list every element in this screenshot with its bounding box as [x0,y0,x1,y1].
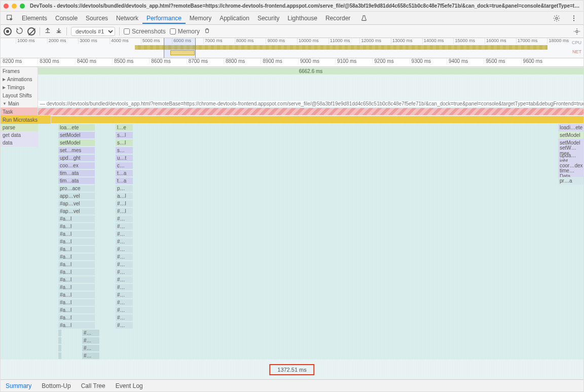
stack-row[interactable]: #… [1,352,583,360]
flame-segment[interactable]: #… [116,314,133,321]
flame-segment[interactable]: #… [116,292,133,298]
screenshots-toggle[interactable]: Screenshots [124,28,166,35]
record-button[interactable] [4,27,12,35]
flame-segment[interactable]: setModel [58,139,95,146]
tab-application[interactable]: Application [215,13,253,24]
flame-segment[interactable]: #… [116,238,133,245]
flame-segment[interactable]: pro…ace [58,185,95,192]
stack-row[interactable]: #a…l#… [1,306,583,314]
track-frames[interactable]: Frames 6662.6 ms [1,67,583,75]
flame-segment[interactable]: #… [82,330,99,336]
flame-segment[interactable] [58,337,61,344]
flame-segment[interactable]: #… [116,223,133,230]
flame-segment[interactable]: #…l [116,208,133,215]
flame-segment[interactable]: #… [116,246,133,253]
flame-segment[interactable]: #a…l [58,314,95,321]
close-window-button[interactable] [4,4,9,9]
flame-segment[interactable]: #a…l [58,322,95,329]
reload-record-button[interactable] [16,27,23,36]
stack-row[interactable]: coo…exc… [1,162,583,169]
track-animations[interactable]: ▶Animations [1,75,583,83]
stack-row[interactable]: #… [1,344,583,352]
flame-segment[interactable]: #ap…vel [58,208,95,215]
flame-segment[interactable]: #a…l [58,261,95,268]
flame-segment[interactable]: t…a [116,170,133,176]
flame-segment[interactable]: #a…l [58,284,95,291]
stack-row[interactable]: #a…l#… [1,215,583,223]
stack-row[interactable]: #a…l#… [1,322,583,329]
flame-segment[interactable]: p… [116,185,133,192]
stack-row[interactable]: tim…atat…a [1,169,583,177]
flame-segment-next[interactable]: loadi…ete [558,124,583,131]
tab-summary[interactable]: Summary [1,380,36,391]
flame-segment[interactable]: tim…ata [58,170,95,176]
flame-segment[interactable]: #a…l [58,276,95,283]
flame-segment[interactable]: #… [82,337,99,344]
track-main[interactable]: ▼Main — devtools://devtools/bundled/devt… [1,99,583,108]
zoom-window-button[interactable] [20,4,25,9]
track-timings[interactable]: ▶Timings [1,83,583,91]
tab-call-tree[interactable]: Call Tree [76,380,111,391]
minimize-window-button[interactable] [12,4,17,9]
stack-row[interactable]: #a…l#… [1,299,583,306]
microtasks-row[interactable]: Run Microtasks [1,116,583,124]
flame-segment[interactable]: #…l [116,200,133,207]
frame-bar[interactable]: 6662.6 ms [38,67,583,75]
stack-row[interactable]: datasetModels…l [1,139,583,147]
tab-network[interactable]: Network [112,13,142,24]
flame-segment[interactable]: s…l [116,139,133,146]
flame-segment[interactable]: u…t [116,155,133,161]
flame-segment[interactable]: app…vel [58,193,95,199]
stack-row[interactable]: #a…l#… [1,245,583,253]
flame-segment-next[interactable]: setModel [558,131,583,139]
save-profile-button[interactable] [55,27,62,35]
flame-segment[interactable]: l…e [116,124,133,131]
flame-segment[interactable]: #a…l [58,292,95,298]
flame-segment[interactable]: tim…ata [58,177,95,184]
flame-chart[interactable]: Frames 6662.6 ms ▶Animations ▶Timings La… [1,67,583,379]
stack-row[interactable]: pro…acep… [1,185,583,192]
flame-segment[interactable]: #… [116,216,133,222]
flame-segment[interactable]: c… [116,162,133,169]
timeline-ruler[interactable]: 8200 ms8300 ms8400 ms8500 ms8600 ms8700 … [1,58,583,67]
tab-sources[interactable]: Sources [82,13,112,24]
stack-row[interactable]: #a…l#… [1,283,583,291]
flask-icon[interactable] [356,13,372,24]
flame-segment[interactable]: #a…l [58,254,95,260]
flame-segment[interactable]: #… [116,254,133,260]
flame-segment[interactable]: upd…ght [58,155,95,161]
flame-segment[interactable] [58,330,61,336]
kebab-menu-icon[interactable] [566,13,581,24]
settings-gear-icon[interactable] [549,13,564,24]
flame-segment[interactable] [58,352,61,359]
flame-segment[interactable]: #… [116,261,133,268]
stack-row[interactable]: upd…ghtu…t [1,154,583,162]
stack-row[interactable]: #a…l#… [1,238,583,245]
flame-segment[interactable]: set…mes [58,147,95,154]
inspect-element-icon[interactable] [3,13,18,24]
flame-segment-next[interactable]: pr…a [558,177,583,185]
clear-button[interactable] [27,27,35,35]
garbage-collect-button[interactable] [204,27,210,35]
overview-selection-handles[interactable] [164,38,196,58]
tab-security[interactable]: Security [253,13,283,24]
flame-segment[interactable]: #ap…vel [58,200,95,207]
tab-event-log[interactable]: Event Log [111,380,148,391]
flame-segment[interactable]: setModel [58,132,95,138]
flame-segment[interactable]: #a…l [58,269,95,275]
flame-segment[interactable]: #a…l [58,223,95,230]
flame-segment[interactable]: #a…l [58,246,95,253]
flame-segment[interactable]: #… [82,352,99,359]
tab-performance[interactable]: Performance [142,13,186,24]
flame-segment[interactable]: #a…l [58,307,95,313]
flame-segment[interactable]: #… [82,345,99,351]
flame-segment[interactable]: #a…l [58,216,95,222]
stack-row[interactable]: #a…l#… [1,261,583,268]
tab-lighthouse[interactable]: Lighthouse [283,13,321,24]
flame-segment[interactable]: s… [116,147,133,154]
stack-row[interactable]: #… [1,337,583,344]
flame-segment-next[interactable]: time…Data [558,169,583,177]
flame-segment[interactable]: coo…ex [58,162,95,169]
screenshots-checkbox[interactable] [124,28,130,34]
flame-segment[interactable]: #a…l [58,238,95,245]
